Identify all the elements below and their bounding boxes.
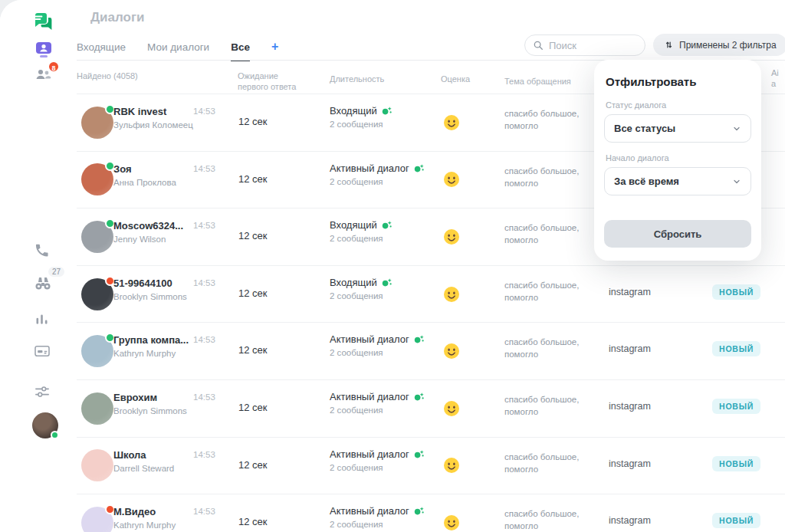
first-response-wait: 12 сек (238, 402, 268, 413)
rating-smiley-icon (443, 343, 460, 360)
topic-text: спасибо большое, помогло (504, 393, 593, 418)
table-row[interactable]: Еврохим Brooklyn Simmons 14:53 12 сек Ак… (77, 380, 785, 438)
client-name: Brooklyn Simmons (113, 292, 198, 301)
applied-filters-button[interactable]: Применены 2 фильтра (653, 34, 785, 56)
table-row[interactable]: М.Видео Kathryn Murphy 14:53 12 сек Акти… (77, 494, 785, 532)
channel-label: instagram (609, 458, 651, 469)
client-name: Kathryn Murphy (113, 521, 198, 530)
channel-label: instagram (609, 287, 651, 297)
message-count: 2 сообщения (330, 177, 383, 186)
ai-sparkle-icon (414, 392, 425, 402)
dialog-name: RBK invest (113, 106, 189, 117)
applied-filters-label: Применены 2 фильтра (679, 40, 777, 51)
dialog-time: 14:53 (193, 507, 215, 516)
channel-label: instagram (609, 343, 651, 354)
ai-sparkle-icon (414, 449, 425, 459)
first-response-wait: 12 сек (238, 459, 268, 471)
app-window: 8 27 Диалоги Входящие Мои диалоги Все + (0, 0, 785, 532)
dialog-status-label: Активный диалог (330, 391, 409, 402)
filter-popup: Отфильтровать Статус диалога Все статусы… (594, 60, 761, 261)
dialog-time: 14:53 (193, 107, 215, 116)
dialog-name: 51-99644100 (113, 277, 189, 289)
search-box[interactable] (524, 34, 645, 56)
dialog-name: Еврохим (113, 392, 189, 403)
tab-inbox[interactable]: Входящие (77, 41, 126, 60)
payments-card-icon[interactable] (34, 344, 51, 361)
status-select[interactable]: Все статусы (604, 114, 751, 143)
first-response-wait: 12 сек (238, 230, 268, 241)
search-input[interactable] (549, 40, 637, 51)
table-row[interactable]: Группа компа... Kathryn Murphy 14:53 12 … (77, 323, 785, 380)
dialog-time: 14:53 (193, 221, 215, 230)
message-count: 2 сообщения (330, 463, 383, 472)
online-status-dot (51, 431, 59, 439)
new-badge: НОВЫЙ (712, 513, 760, 528)
channel-label: instagram (609, 515, 651, 526)
new-badge: НОВЫЙ (712, 341, 760, 356)
dialog-time: 14:53 (193, 392, 215, 402)
table-row[interactable]: Школа Darrell Steward 14:53 12 сек Актив… (77, 438, 785, 495)
avatar (81, 107, 113, 139)
ai-sparkle-icon (414, 163, 425, 173)
dialog-status: Входящий (330, 277, 392, 288)
table-row[interactable]: 51-99644100 Brooklyn Simmons 14:53 12 се… (77, 266, 785, 323)
settings-sliders-icon[interactable] (34, 384, 51, 402)
col-rating-header: Оценка (441, 74, 470, 84)
contact-card-icon[interactable] (34, 40, 54, 63)
client-name: Jenny Wilson (113, 235, 198, 244)
first-response-wait: 12 сек (238, 116, 268, 127)
add-tab-button[interactable]: + (271, 41, 278, 59)
message-count: 2 сообщения (330, 348, 383, 357)
avatar (81, 507, 113, 532)
dialog-status-label: Активный диалог (330, 163, 409, 174)
dialog-status-label: Входящий (330, 219, 377, 231)
analytics-bar-chart-icon[interactable] (34, 311, 50, 330)
client-name: Brooklyn Simmons (113, 406, 198, 415)
client-name: Зульфия Коломеец (113, 120, 198, 130)
rating-smiley-icon (443, 114, 460, 131)
dialog-time: 14:53 (193, 278, 215, 287)
chevron-down-icon (732, 124, 741, 133)
topic-text: спасибо большое, помогло (504, 451, 593, 475)
rating-smiley-icon (443, 171, 460, 188)
message-count: 2 сообщения (330, 520, 383, 529)
filter-sort-icon (664, 40, 674, 50)
topic-text: спасибо большое, помогло (504, 165, 593, 189)
chevron-down-icon (732, 177, 741, 186)
reset-filters-button[interactable]: Сбросить (604, 220, 751, 248)
rating-smiley-icon (443, 400, 460, 417)
col-topic-header: Тема обращения (504, 76, 571, 87)
found-count-label: Найдено (4058) (77, 71, 138, 81)
rating-smiley-icon (443, 514, 460, 531)
message-count: 2 сообщения (330, 120, 383, 129)
contacts-people-icon[interactable]: 8 (34, 66, 52, 86)
user-avatar[interactable] (32, 412, 58, 438)
start-select[interactable]: За всё время (604, 167, 751, 195)
avatar (81, 449, 113, 481)
avatar (81, 335, 113, 367)
dialog-name: Moscow6324... (113, 220, 189, 232)
dialog-name: Группа компа... (113, 334, 189, 346)
page-title: Диалоги (90, 10, 145, 25)
status-select-value: Все статусы (614, 123, 675, 134)
dialog-time: 14:53 (193, 450, 215, 459)
dialog-name: Зоя (113, 163, 189, 175)
dialog-status: Активный диалог (330, 333, 425, 345)
tab-all[interactable]: Все (231, 41, 250, 61)
message-count: 2 сообщения (330, 406, 383, 415)
avatar (81, 163, 113, 195)
dialog-tabs: Входящие Мои диалоги Все + (77, 41, 278, 61)
phone-icon[interactable] (34, 242, 50, 261)
ai-sparkle-icon (414, 506, 425, 516)
avatar (81, 392, 113, 425)
first-response-wait: 12 сек (238, 344, 268, 356)
monitoring-binoculars-icon[interactable]: 27 (34, 276, 52, 294)
tab-my-dialogs[interactable]: Мои диалоги (147, 41, 209, 60)
dialog-status-label: Входящий (330, 277, 377, 288)
ai-sparkle-icon (382, 220, 392, 230)
dialog-status: Входящий (330, 105, 392, 117)
first-response-wait: 12 сек (238, 173, 268, 185)
app-logo-chat-icon (34, 11, 54, 34)
start-select-value: За всё время (614, 176, 679, 187)
search-icon (533, 40, 544, 51)
